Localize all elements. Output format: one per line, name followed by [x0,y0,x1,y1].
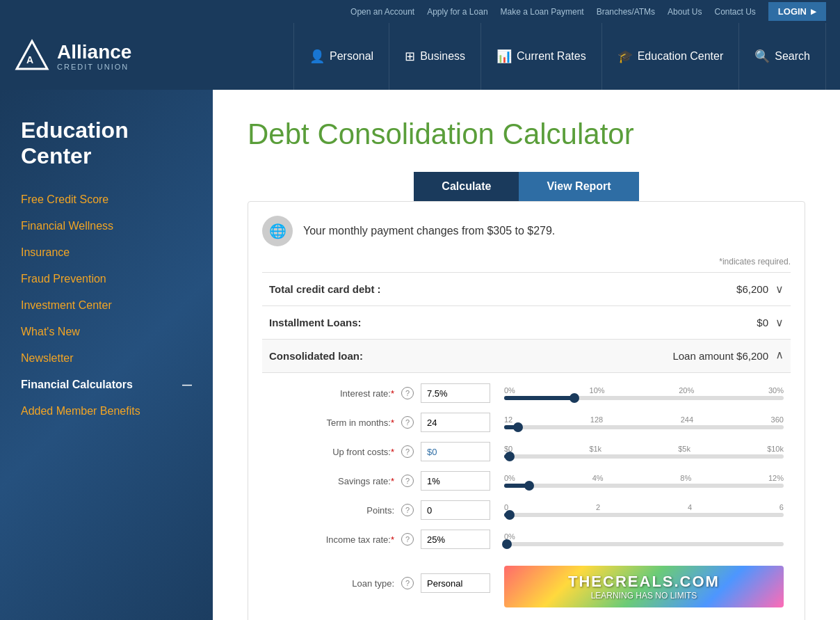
logo-sub: CREDIT UNION [57,63,131,71]
grid-icon: ⊞ [405,49,415,64]
loan-type-help-icon[interactable]: ? [401,577,414,589]
sidebar-member-benefits[interactable]: Added Member Benefits [0,398,213,424]
logo-text: Alliance CREDIT UNION [57,42,131,72]
globe-icon: 🌐 [262,216,293,246]
savings-rate-input[interactable] [421,471,490,491]
required-note: *indicates required. [262,257,791,267]
nav-links: 👤 Personal ⊞ Business 📊 Current Rates 🎓 … [173,23,826,90]
about-link[interactable]: About Us [668,7,702,17]
calc-result-bar: 🌐 Your monthly payment changes from $305… [262,216,791,246]
points-slider-labels: 0246 [504,503,784,511]
income-tax-label: Income tax rate:* [290,534,394,545]
savings-rate-slider-area: 0%4%8%12% [504,474,784,488]
watermark-sub: LEARNING HAS NO LIMITS [568,591,720,601]
upfront-costs-input[interactable] [421,442,490,461]
installment-value-area: $0 ∨ [757,316,784,329]
credit-card-chevron-icon: ∨ [775,283,784,296]
income-tax-input[interactable] [421,530,490,549]
interest-rate-help-icon[interactable]: ? [401,387,414,399]
loan-type-label: Loan type: [290,578,394,589]
credit-card-label: Total credit card debt : [269,283,381,295]
watermark-text: THECREALS.COM [568,573,720,591]
term-months-row: Term in months:* ? 12128244360 [290,413,784,432]
interest-rate-slider-labels: 0%10%20%30% [504,386,784,395]
interest-rate-slider-thumb [570,393,579,403]
term-months-slider-track[interactable] [504,425,784,429]
savings-rate-slider-labels: 0%4%8%12% [504,474,784,482]
points-slider-track[interactable] [504,513,784,517]
loan-type-input[interactable] [421,573,490,593]
savings-rate-label: Savings rate:* [290,476,394,486]
term-months-help-icon[interactable]: ? [401,416,414,429]
nav-education-center[interactable]: 🎓 Education Center [602,23,740,90]
page-title: Debt Consolidation Calculator [248,118,805,151]
income-tax-slider-thumb [502,539,512,549]
tab-view-report[interactable]: View Report [519,172,638,201]
term-months-slider-thumb [513,422,523,432]
main-nav: A Alliance CREDIT UNION 👤 Personal ⊞ Bus… [0,23,840,90]
nav-business-label: Business [420,50,465,63]
open-account-link[interactable]: Open an Account [350,7,414,17]
upfront-costs-slider-track[interactable] [504,454,784,459]
form-section: Interest rate:* ? 0%10%20%30% [262,372,791,620]
sidebar-whats-new[interactable]: What's New [0,319,213,345]
contact-link[interactable]: Contact Us [714,7,755,17]
apply-loan-link[interactable]: Apply for a Loan [427,7,487,17]
points-slider-area: 0246 [504,503,784,517]
interest-rate-input[interactable] [421,383,490,403]
term-months-slider-area: 12128244360 [504,415,784,429]
income-tax-slider-track[interactable] [504,542,784,546]
income-tax-slider-area: 0% [504,532,784,546]
sidebar-insurance[interactable]: Insurance [0,239,213,266]
credit-card-value: $6,200 [736,283,768,295]
upfront-costs-label: Up front costs:* [290,447,394,457]
savings-rate-row: Savings rate:* ? 0%4%8%12% [290,471,784,491]
points-help-icon[interactable]: ? [401,504,414,516]
upfront-costs-help-icon[interactable]: ? [401,445,414,458]
svg-text:A: A [26,54,33,65]
points-input[interactable] [421,500,490,520]
interest-rate-slider-track[interactable] [504,396,784,400]
term-months-input[interactable] [421,413,490,432]
nav-education-label: Education Center [638,50,724,63]
credit-card-accordion[interactable]: Total credit card debt : $6,200 ∨ [262,272,791,305]
nav-personal[interactable]: 👤 Personal [293,23,389,90]
login-label: LOGIN [778,6,807,17]
tab-calculate[interactable]: Calculate [414,172,519,201]
consolidated-amount: Loan amount $6,200 [672,350,768,362]
sidebar-newsletter[interactable]: Newsletter [0,345,213,372]
income-tax-help-icon[interactable]: ? [401,533,414,546]
upfront-costs-slider-thumb [505,452,515,461]
nav-personal-label: Personal [330,50,373,63]
logo[interactable]: A Alliance CREDIT UNION [14,38,131,74]
utility-bar: Open an Account Apply for a Loan Make a … [0,0,840,23]
nav-search[interactable]: 🔍 Search [739,23,826,90]
nav-business[interactable]: ⊞ Business [389,23,481,90]
consolidated-row[interactable]: Consolidated loan: Loan amount $6,200 ∨ [262,339,791,372]
login-button[interactable]: LOGIN ▶ [768,2,826,21]
income-tax-row: Income tax rate:* ? 0% [290,530,784,549]
chart-icon: 📊 [496,49,512,64]
nav-current-rates[interactable]: 📊 Current Rates [481,23,602,90]
search-icon: 🔍 [754,49,770,64]
term-months-slider-labels: 12128244360 [504,415,784,424]
installment-chevron-icon: ∨ [775,316,784,329]
upfront-costs-slider-area: $0$1k$5k$10k [504,445,784,459]
branches-link[interactable]: Branches/ATMs [597,7,655,17]
loan-payment-link[interactable]: Make a Loan Payment [501,7,584,17]
installment-accordion[interactable]: Installment Loans: $0 ∨ [262,305,791,339]
logo-icon: A [14,38,50,74]
sidebar-free-credit[interactable]: Free Credit Score [0,186,213,213]
sidebar-fraud-prevention[interactable]: Fraud Prevention [0,266,213,292]
savings-rate-slider-thumb [524,481,534,491]
points-slider-thumb [505,510,515,520]
sidebar-investment[interactable]: Investment Center [0,292,213,319]
savings-rate-slider-track[interactable] [504,484,784,488]
mortarboard-icon: 🎓 [617,49,633,64]
watermark-area: THECREALS.COM LEARNING HAS NO LIMITS [504,566,784,607]
sidebar-financial-wellness[interactable]: Financial Wellness [0,213,213,239]
points-label: Points: [290,505,394,516]
main-content: Debt Consolidation Calculator Calculate … [213,90,840,620]
sidebar-financial-calc[interactable]: Financial Calculators [0,372,213,398]
savings-rate-help-icon[interactable]: ? [401,475,414,487]
